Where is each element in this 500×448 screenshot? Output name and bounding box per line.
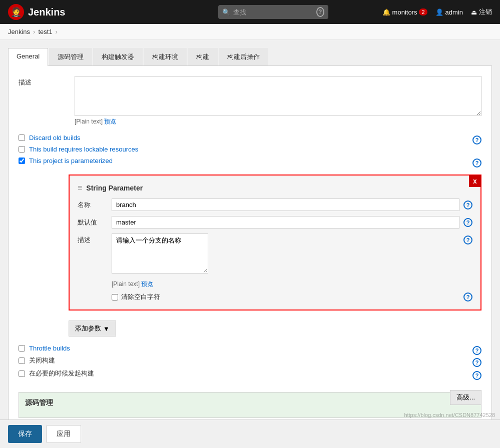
description-textarea[interactable]	[75, 76, 481, 116]
breadcrumb-jenkins[interactable]: Jenkins	[8, 28, 30, 36]
add-param-label: 添加参数	[75, 324, 101, 333]
param-box-container: x ≡ String Parameter 名称 ? 默认值 ?	[19, 174, 481, 336]
admin-label: admin	[445, 8, 463, 16]
lockable-resources-row: This build requires lockable resources	[19, 146, 481, 157]
parameterized-checkbox[interactable]	[19, 158, 25, 164]
param-trim-label: 清除空白字符	[121, 292, 160, 302]
param-desc-control: 请输入一个分支的名称	[112, 234, 459, 275]
search-icon: 🔍	[222, 8, 230, 16]
param-desc-textarea[interactable]: 请输入一个分支的名称	[112, 234, 208, 274]
tab-source-mgmt[interactable]: 源码管理	[49, 48, 92, 66]
header: 🤵 Jenkins 🔍 ? 🔔 monitors 2 👤 admin ⏏ 注销	[0, 0, 500, 24]
description-preview-link[interactable]: 预览	[104, 118, 116, 125]
discard-builds-label: Discard old builds	[29, 134, 81, 142]
tab-build-triggers[interactable]: 构建触发器	[93, 48, 143, 66]
on-demand-checkbox-row: 在必要的时候发起构建	[19, 369, 94, 378]
disable-build-label: 关闭构建	[29, 356, 55, 365]
param-trim-row: 清除空白字符 ?	[112, 292, 472, 302]
lockable-resources-checkbox[interactable]	[19, 146, 25, 152]
logout-label: 注销	[479, 8, 492, 16]
param-box: x ≡ String Parameter 名称 ? 默认值 ?	[69, 174, 481, 310]
main-area: General 源码管理 构建触发器 构建环境 构建 构建后操作 描述 [Pla…	[0, 40, 500, 428]
lockable-resources-checkbox-row: This build requires lockable resources	[19, 146, 138, 153]
param-default-row: 默认值 ?	[78, 216, 472, 228]
discard-builds-checkbox-row: Discard old builds	[19, 134, 81, 142]
tab-post-build[interactable]: 构建后操作	[219, 48, 268, 66]
bottom-actions: 保存 应用	[0, 420, 500, 428]
tab-general[interactable]: General	[8, 48, 48, 66]
param-default-label: 默认值	[78, 218, 108, 227]
parameterized-label: This project is parameterized	[29, 157, 113, 164]
breadcrumb-sep2: ›	[56, 28, 58, 36]
parameterized-help-icon[interactable]: ?	[472, 158, 481, 168]
param-box-header: ≡ String Parameter	[78, 184, 472, 192]
notifications-button[interactable]: 🔔 monitors 2	[382, 8, 427, 16]
breadcrumb-sep1: ›	[33, 28, 35, 36]
advanced-button[interactable]: 高级...	[450, 390, 481, 405]
throttle-checkbox[interactable]	[19, 345, 25, 352]
search-wrap: 🔍 ?	[218, 5, 328, 19]
watermark: https://blog.csdn.net/CSDN87742528	[404, 412, 495, 418]
param-close-button[interactable]: x	[469, 175, 481, 187]
param-default-input[interactable]	[112, 216, 459, 228]
tab-build[interactable]: 构建	[188, 48, 218, 66]
tab-bar: General 源码管理 构建触发器 构建环境 构建 构建后操作	[8, 48, 492, 66]
param-trim-help-icon[interactable]: ?	[463, 292, 472, 302]
disable-build-checkbox[interactable]	[19, 358, 25, 364]
param-name-input[interactable]	[112, 198, 459, 211]
throttle-help-icon[interactable]: ?	[472, 346, 481, 355]
param-desc-help-icon[interactable]: ?	[463, 236, 472, 244]
param-preview-link[interactable]: 预览	[141, 280, 153, 288]
source-mgmt-title: 源码管理	[25, 398, 475, 408]
admin-button[interactable]: 👤 admin	[435, 8, 463, 16]
disable-build-row: 关闭构建 ?	[19, 356, 481, 369]
param-desc-label: 描述	[78, 234, 108, 244]
breadcrumb: Jenkins › test1 ›	[0, 24, 500, 40]
plain-text-prefix: [Plain text]	[75, 118, 103, 125]
throttle-label: Throttle builds	[29, 344, 70, 352]
discard-builds-help-icon[interactable]: ?	[472, 136, 481, 144]
description-row: 描述 [Plain text] 预览	[19, 76, 481, 126]
jenkins-title: Jenkins	[28, 6, 65, 18]
breadcrumb-test1[interactable]: test1	[38, 28, 52, 36]
search-area: 🔍 ?	[218, 5, 368, 19]
description-plain-text: [Plain text] 预览	[75, 118, 481, 126]
notifications-label: monitors	[392, 8, 417, 16]
add-param-arrow: ▼	[103, 325, 110, 332]
disable-build-help-icon[interactable]: ?	[472, 358, 481, 367]
param-name-help-icon[interactable]: ?	[463, 200, 472, 210]
save-button[interactable]: 保存	[8, 425, 42, 428]
search-input[interactable]	[233, 8, 313, 16]
param-name-label: 名称	[78, 200, 108, 210]
param-name-row: 名称 ?	[78, 198, 472, 211]
apply-button[interactable]: 应用	[46, 425, 81, 428]
description-control: [Plain text] 预览	[75, 76, 481, 126]
lockable-resources-label: This build requires lockable resources	[29, 146, 138, 153]
discard-builds-checkbox[interactable]	[19, 134, 25, 141]
param-trim-checkbox[interactable]	[112, 294, 118, 300]
on-demand-label: 在必要的时候发起构建	[29, 369, 94, 378]
on-demand-row: 在必要的时候发起构建 ?	[19, 369, 481, 382]
on-demand-checkbox[interactable]	[19, 370, 25, 377]
notifications-badge: 2	[419, 8, 427, 16]
form-area: 描述 [Plain text] 预览 Discard old builds ? …	[8, 66, 492, 428]
search-help-icon[interactable]: ?	[316, 7, 324, 17]
param-plain-text: [Plain text] 预览	[112, 280, 472, 288]
header-actions: 🔔 monitors 2 👤 admin ⏏ 注销	[382, 8, 492, 16]
parameterized-checkbox-row: This project is parameterized	[19, 157, 113, 164]
tab-build-env[interactable]: 构建环境	[144, 48, 187, 66]
jenkins-icon: 🤵	[8, 4, 24, 20]
param-default-help-icon[interactable]: ?	[463, 218, 472, 227]
bottom-section: Throttle builds ? 关闭构建 ? 在必要的时候发起构建 ?	[19, 344, 481, 382]
param-box-title: String Parameter	[86, 184, 143, 192]
parameterized-row: This project is parameterized ?	[19, 157, 481, 168]
param-desc-row: 描述 请输入一个分支的名称 ?	[78, 234, 472, 275]
main-content: General 源码管理 构建触发器 构建环境 构建 构建后操作 描述 [Pla…	[0, 40, 500, 428]
disable-build-checkbox-row: 关闭构建	[19, 356, 55, 365]
on-demand-help-icon[interactable]: ?	[472, 371, 481, 380]
throttle-checkbox-row: Throttle builds	[19, 344, 70, 352]
logout-button[interactable]: ⏏ 注销	[471, 8, 492, 16]
throttle-row: Throttle builds ?	[19, 344, 481, 356]
param-drag-handle[interactable]: ≡	[78, 184, 82, 192]
add-param-button[interactable]: 添加参数 ▼	[69, 320, 116, 336]
